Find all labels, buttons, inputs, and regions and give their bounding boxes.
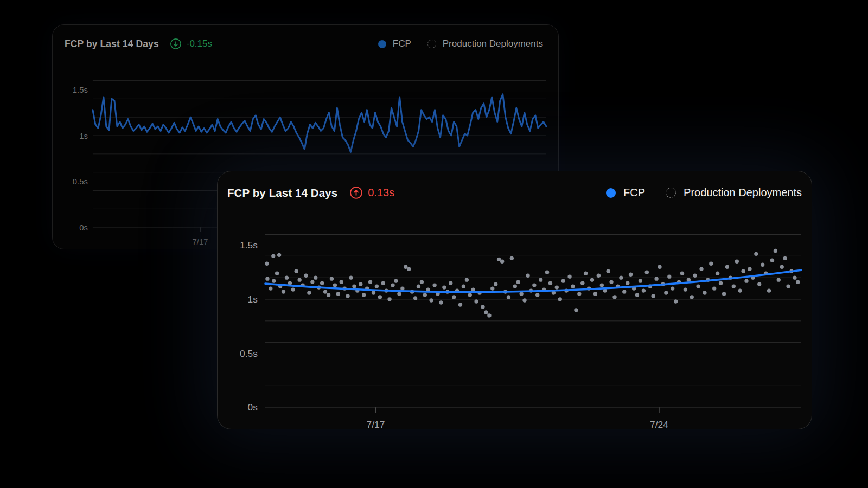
fcp-data-point xyxy=(519,292,523,296)
fcp-data-point xyxy=(774,249,777,253)
fcp-data-point xyxy=(458,303,462,306)
y-axis-label: 0.5s xyxy=(240,348,258,359)
fcp-data-point xyxy=(378,295,382,299)
fcp-data-point xyxy=(494,282,497,286)
fcp-data-point xyxy=(571,284,575,288)
fcp-data-point xyxy=(282,290,285,293)
fcp-data-point xyxy=(671,286,674,290)
fcp-data-point xyxy=(796,280,800,284)
x-axis-label: 7/24 xyxy=(650,419,668,429)
fcp-trend-line xyxy=(265,270,801,292)
fcp-data-point xyxy=(767,288,771,292)
fcp-data-point xyxy=(658,265,661,269)
fcp-data-point xyxy=(645,271,649,274)
page-background: 0s0.5s1s1.5s7/17 FCP by Last 14 Days -0.… xyxy=(0,0,868,488)
fcp-data-point xyxy=(612,295,616,299)
fcp-data-point xyxy=(754,252,758,256)
fcp-data-point xyxy=(703,291,706,294)
legend-label: FCP xyxy=(393,38,411,49)
y-axis-label: 1s xyxy=(79,131,88,140)
fcp-data-point xyxy=(561,279,565,282)
fcp-data-point xyxy=(680,272,684,275)
fcp-data-point xyxy=(597,274,601,278)
legend-item-deployments[interactable]: Production Deployments xyxy=(427,38,543,49)
card-header: FCP by Last 14 Days 0.13s FCP Production… xyxy=(218,186,812,200)
fcp-data-point xyxy=(310,280,314,284)
fcp-data-point xyxy=(558,297,562,301)
fcp-data-point xyxy=(725,265,729,269)
card-header: FCP by Last 14 Days -0.15s FCP Productio… xyxy=(53,38,558,50)
fcp-data-point xyxy=(719,281,723,285)
fcp-data-point xyxy=(381,281,385,285)
fcp-data-point xyxy=(297,278,301,281)
fcp-data-point xyxy=(400,286,404,290)
fcp-data-point xyxy=(777,278,781,281)
fcp-data-point xyxy=(387,297,391,301)
fcp-data-point xyxy=(619,275,623,279)
fcp-data-point xyxy=(417,284,420,288)
fcp-data-point xyxy=(314,275,317,279)
fcp-data-point xyxy=(500,260,504,264)
y-axis-label: 1.5s xyxy=(73,85,88,94)
legend-item-fcp[interactable]: FCP xyxy=(378,38,411,49)
fcp-data-point xyxy=(468,293,472,297)
fcp-data-point xyxy=(397,292,401,296)
fcp-data-point xyxy=(291,287,295,291)
fcp-data-point xyxy=(716,272,719,275)
fcp-data-point xyxy=(696,284,700,288)
fcp-data-point xyxy=(484,310,488,314)
fcp-scatter-chart[interactable]: 0s0.5s1s1.5s7/177/24 xyxy=(218,171,812,429)
fcp-data-point xyxy=(516,280,520,284)
fcp-data-point xyxy=(340,280,343,284)
fcp-data-point xyxy=(744,279,748,282)
fcp-data-point xyxy=(593,292,597,296)
fcp-data-point xyxy=(577,292,581,296)
fcp-data-point xyxy=(699,267,703,271)
fcp-data-point xyxy=(375,284,379,288)
fcp-data-point xyxy=(372,291,375,294)
fcp-data-point xyxy=(580,281,584,285)
chart-legend: FCP Production Deployments xyxy=(606,187,802,199)
fcp-data-point xyxy=(741,269,745,273)
fcp-data-point xyxy=(449,281,452,285)
y-axis-label: 1.5s xyxy=(240,240,258,251)
fcp-data-point xyxy=(452,295,456,299)
fcp-data-point xyxy=(639,279,642,282)
fcp-data-point xyxy=(420,280,424,284)
fcp-dot-icon xyxy=(378,40,386,48)
fcp-data-point xyxy=(635,293,639,297)
y-axis-label: 0.5s xyxy=(73,177,88,186)
deployment-circle-icon xyxy=(666,188,676,198)
fcp-data-point xyxy=(265,277,269,280)
fcp-data-point xyxy=(462,284,465,288)
fcp-data-point xyxy=(513,284,517,288)
fcp-data-point xyxy=(526,274,529,278)
fcp-data-point xyxy=(606,269,610,273)
fcp-line-series xyxy=(93,94,546,152)
fcp-data-point xyxy=(735,260,739,264)
fcp-data-point xyxy=(481,305,484,309)
fcp-data-point xyxy=(304,274,308,278)
fcp-data-point xyxy=(629,273,633,277)
fcp-data-point xyxy=(709,262,713,266)
fcp-data-point xyxy=(626,281,629,285)
fcp-data-point xyxy=(693,274,697,278)
delta-value: 0.13s xyxy=(368,187,394,199)
fcp-data-point xyxy=(684,287,687,291)
chart-legend: FCP Production Deployments xyxy=(378,38,543,49)
fcp-data-point xyxy=(510,256,514,260)
legend-item-fcp[interactable]: FCP xyxy=(606,187,645,199)
fcp-data-point xyxy=(732,284,736,288)
fcp-data-point xyxy=(761,263,764,267)
fcp-data-point xyxy=(423,293,427,297)
fcp-data-point xyxy=(271,254,275,258)
fcp-data-point xyxy=(432,283,436,287)
fcp-data-point xyxy=(690,295,694,299)
legend-item-deployments[interactable]: Production Deployments xyxy=(666,187,802,199)
fcp-data-point xyxy=(674,299,678,303)
fcp-data-point xyxy=(394,279,398,282)
fcp-data-point xyxy=(793,275,796,279)
delta-badge: -0.15s xyxy=(170,38,212,50)
fcp-data-point xyxy=(265,262,269,266)
fcp-data-point xyxy=(780,265,784,269)
